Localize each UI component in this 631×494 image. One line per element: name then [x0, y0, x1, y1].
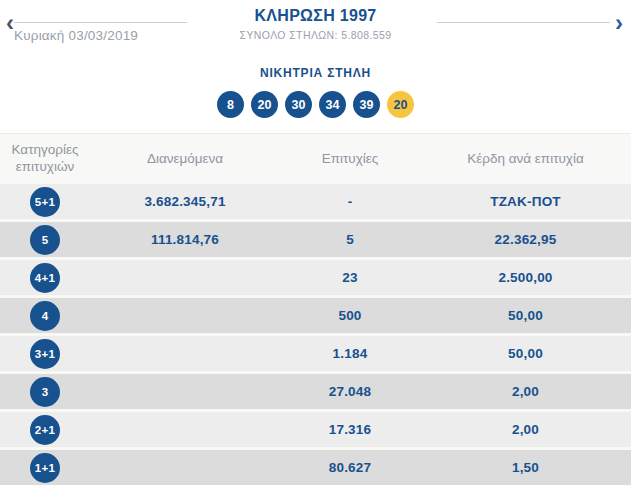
- draw-navigation: ‹ Κυριακή 03/03/2019 ΚΛΗΡΩΣΗ 1997 ΣΥΝΟΛΟ…: [0, 0, 631, 55]
- total-columns: ΣΥΝΟΛΟ ΣΤΗΛΩΝ: 5.808.559: [0, 29, 631, 41]
- distributed-value: 111.814,76: [90, 232, 280, 247]
- results-rows: 5+1 3.682.345,71 - ΤΖΑΚ-ΠΟΤ 5 111.814,76…: [0, 184, 631, 485]
- column-header-categories: Κατηγορίες επιτυχιών: [2, 142, 88, 176]
- table-row: 1+1 80.627 1,50: [0, 450, 631, 485]
- prize-value: 2,00: [420, 422, 631, 437]
- results-table: Κατηγορίες επιτυχιών Διανεμόμενα Επιτυχί…: [0, 133, 631, 485]
- prize-value: 2,00: [420, 384, 631, 399]
- category-badge: 1+1: [30, 453, 60, 483]
- prize-value: ΤΖΑΚ-ΠΟΤ: [420, 194, 631, 209]
- category-badge: 5+1: [30, 187, 60, 217]
- wins-value: 500: [280, 308, 420, 323]
- table-row: 2+1 17.316 2,00: [0, 412, 631, 447]
- prize-value: 22.362,95: [420, 232, 631, 247]
- table-row: 5+1 3.682.345,71 - ΤΖΑΚ-ΠΟΤ: [0, 184, 631, 219]
- winning-number-ball: 30: [285, 91, 312, 118]
- table-row: 4+1 23 2.500,00: [0, 260, 631, 295]
- table-row: 3 27.048 2,00: [0, 374, 631, 409]
- category-badge: 5: [30, 225, 60, 255]
- winning-number-ball: 8: [217, 91, 244, 118]
- winning-column-section: ΝΙΚΗΤΡΙΑ ΣΤΗΛΗ 82030343920: [0, 55, 631, 118]
- prize-value: 50,00: [420, 308, 631, 323]
- wins-value: 23: [280, 270, 420, 285]
- distributed-value: 3.682.345,71: [90, 194, 280, 209]
- winning-column-title: ΝΙΚΗΤΡΙΑ ΣΤΗΛΗ: [0, 66, 631, 80]
- category-badge: 2+1: [30, 415, 60, 445]
- category-badge: 4: [30, 301, 60, 331]
- results-table-header: Κατηγορίες επιτυχιών Διανεμόμενα Επιτυχί…: [0, 134, 631, 184]
- wins-value: -: [280, 194, 420, 209]
- table-row: 4 500 50,00: [0, 298, 631, 333]
- category-badge: 3+1: [30, 339, 60, 369]
- table-row: 5 111.814,76 5 22.362,95: [0, 222, 631, 257]
- wins-value: 27.048: [280, 384, 420, 399]
- winning-number-ball: 20: [251, 91, 278, 118]
- column-header-wins: Επιτυχίες: [280, 151, 420, 168]
- column-header-prize: Κέρδη ανά επιτυχία: [420, 151, 631, 168]
- prize-value: 2.500,00: [420, 270, 631, 285]
- prize-value: 50,00: [420, 346, 631, 361]
- category-badge: 4+1: [30, 263, 60, 293]
- winning-number-ball: 34: [319, 91, 346, 118]
- table-row: 3+1 1.184 50,00: [0, 336, 631, 371]
- right-divider-line: [437, 22, 610, 23]
- column-header-distributed: Διανεμόμενα: [90, 151, 280, 168]
- joker-number-ball: 20: [387, 91, 414, 118]
- category-badge: 3: [30, 377, 60, 407]
- wins-value: 1.184: [280, 346, 420, 361]
- winning-number-ball: 39: [353, 91, 380, 118]
- wins-value: 17.316: [280, 422, 420, 437]
- prize-value: 1,50: [420, 460, 631, 475]
- wins-value: 5: [280, 232, 420, 247]
- wins-value: 80.627: [280, 460, 420, 475]
- chevron-right-icon[interactable]: ›: [609, 10, 629, 36]
- winning-numbers: 82030343920: [0, 91, 631, 118]
